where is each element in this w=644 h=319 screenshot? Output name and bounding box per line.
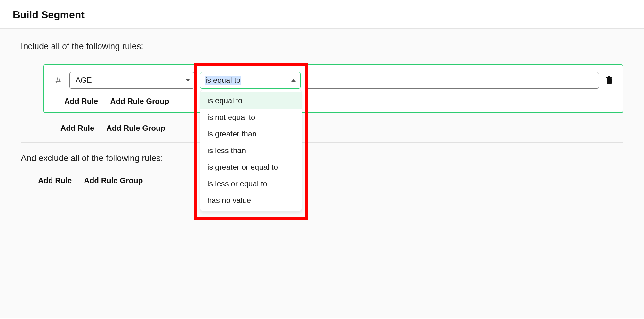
operator-option[interactable]: is equal to: [200, 92, 302, 109]
page-header: Build Segment: [0, 0, 644, 29]
exclude-section-title: And exclude all of the following rules:: [21, 153, 623, 163]
segment-builder-content: Include all of the following rules: # AG…: [0, 29, 644, 318]
include-section-title: Include all of the following rules:: [21, 42, 623, 51]
svg-rect-2: [608, 76, 610, 77]
chevron-down-icon: [186, 79, 190, 82]
svg-rect-1: [606, 77, 612, 78]
field-select[interactable]: AGE: [69, 72, 194, 89]
operator-option[interactable]: is greater than: [200, 126, 302, 142]
operator-option[interactable]: is less than: [200, 142, 302, 159]
operator-dropdown[interactable]: is equal tois not equal tois greater tha…: [200, 90, 302, 211]
operator-select[interactable]: is equal to is equal tois not equal tois…: [200, 72, 301, 89]
add-rule-group-button[interactable]: Add Rule Group: [110, 97, 169, 106]
section-divider: [21, 142, 623, 143]
operator-option[interactable]: is greater or equal to: [200, 159, 302, 175]
operator-option[interactable]: is not equal to: [200, 109, 302, 126]
rule-group-actions: Add Rule Add Rule Group: [53, 97, 614, 106]
add-rule-button[interactable]: Add Rule: [38, 176, 72, 185]
add-rule-group-button[interactable]: Add Rule Group: [84, 176, 143, 185]
value-input[interactable]: [306, 72, 599, 89]
add-rule-button[interactable]: Add Rule: [60, 124, 94, 133]
rule-group: # AGE is equal to is equal tois not equa…: [43, 64, 623, 113]
include-rules-area: # AGE is equal to is equal tois not equa…: [21, 64, 623, 133]
add-rule-group-button[interactable]: Add Rule Group: [106, 124, 165, 133]
operator-option[interactable]: has no value: [200, 192, 302, 209]
add-rule-button[interactable]: Add Rule: [64, 97, 98, 106]
include-outer-actions: Add Rule Add Rule Group: [43, 124, 623, 133]
page-title: Build Segment: [13, 9, 631, 21]
trash-icon: [605, 76, 613, 85]
exclude-outer-actions: Add Rule Add Rule Group: [21, 176, 623, 185]
number-type-icon: #: [53, 75, 64, 86]
delete-rule-button[interactable]: [605, 76, 614, 85]
operator-option[interactable]: is less or equal to: [200, 175, 302, 192]
rule-row: # AGE is equal to is equal tois not equa…: [53, 72, 614, 89]
chevron-up-icon: [291, 79, 296, 82]
operator-select-value: is equal to: [205, 76, 241, 85]
field-select-value: AGE: [76, 76, 92, 85]
svg-rect-0: [607, 78, 612, 84]
